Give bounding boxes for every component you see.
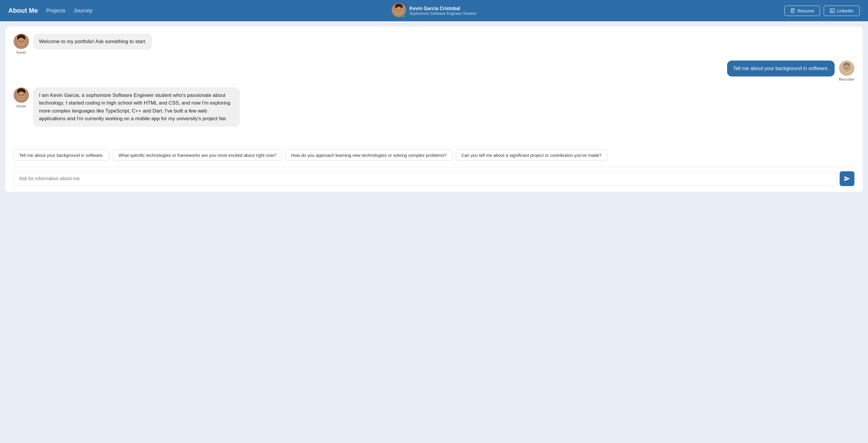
input-row — [13, 167, 855, 186]
nav-user-name: Kevin Garcia Cristobal — [409, 6, 476, 11]
kevin-avatar-wrap-2: Kevin — [13, 87, 29, 108]
status-dot — [402, 14, 405, 18]
suggestion-btn-1[interactable]: What specific technologies or frameworks… — [113, 150, 282, 161]
messages: Kevin Welcome to my portfolio! Ask somet… — [13, 34, 855, 145]
bubble-0: Welcome to my portfolio! Ask something t… — [33, 34, 152, 50]
kevin-avatar-2 — [13, 87, 29, 103]
svg-point-27 — [19, 95, 20, 96]
svg-point-15 — [22, 41, 23, 42]
recruiter-avatar — [839, 61, 855, 76]
bubble-2: I am Kevin Garcia, a sophomore Software … — [33, 87, 240, 127]
resume-button[interactable]: Resume — [784, 6, 820, 16]
user-avatar-wrap — [392, 3, 406, 18]
nav-left: About Me Projects Journey — [8, 7, 92, 14]
svg-point-28 — [22, 95, 23, 96]
svg-point-4 — [400, 9, 401, 11]
kevin-label-0: Kevin — [17, 50, 26, 55]
svg-point-13 — [18, 38, 25, 46]
nav-center: Kevin Garcia Cristobal Sophomore Softwar… — [392, 3, 476, 18]
svg-point-3 — [397, 9, 398, 11]
nav-brand[interactable]: About Me — [8, 7, 38, 14]
suggestion-btn-3[interactable]: Can you tell me about a significant proj… — [456, 150, 608, 161]
chat-container: Kevin Welcome to my portfolio! Ask somet… — [5, 27, 863, 192]
svg-text:in: in — [831, 9, 833, 12]
kevin-avatar-wrap-0: Kevin — [13, 34, 29, 55]
kevin-avatar-0 — [13, 34, 29, 49]
svg-point-2 — [396, 7, 402, 14]
nav-link-journey[interactable]: Journey — [73, 8, 92, 14]
send-icon — [844, 176, 850, 182]
nav-link-projects[interactable]: Projects — [46, 8, 65, 14]
linkedin-icon: in — [830, 8, 835, 13]
message-row-0: Kevin Welcome to my portfolio! Ask somet… — [13, 34, 855, 55]
svg-point-26 — [18, 92, 25, 100]
message-row-1: Tell me about your background in softwar… — [13, 61, 855, 82]
svg-point-14 — [19, 41, 20, 42]
main: Kevin Welcome to my portfolio! Ask somet… — [0, 21, 868, 197]
recruiter-label: Recruiter — [839, 77, 855, 82]
nav-right: Resume in LinkedIn — [784, 6, 860, 16]
navbar: About Me Projects Journey Kevin Garcia C… — [0, 0, 868, 21]
nav-user-title: Sophomore Software Engineer Student — [409, 11, 476, 15]
message-row-2: Kevin I am Kevin Garcia, a sophomore Sof… — [13, 87, 855, 127]
kevin-label-2: Kevin — [17, 104, 26, 108]
linkedin-button[interactable]: in LinkedIn — [824, 6, 860, 16]
nav-user-info: Kevin Garcia Cristobal Sophomore Softwar… — [409, 6, 476, 15]
recruiter-avatar-wrap: Recruiter — [839, 61, 855, 82]
suggestion-btn-0[interactable]: Tell me about your background in softwar… — [13, 150, 109, 161]
send-button[interactable] — [840, 171, 855, 186]
bubble-1: Tell me about your background in softwar… — [727, 61, 835, 76]
suggestion-btn-2[interactable]: How do you approach learning new technol… — [285, 150, 452, 161]
resume-icon — [790, 8, 795, 13]
chat-input[interactable] — [13, 171, 837, 186]
suggestions: Tell me about your background in softwar… — [13, 145, 855, 164]
